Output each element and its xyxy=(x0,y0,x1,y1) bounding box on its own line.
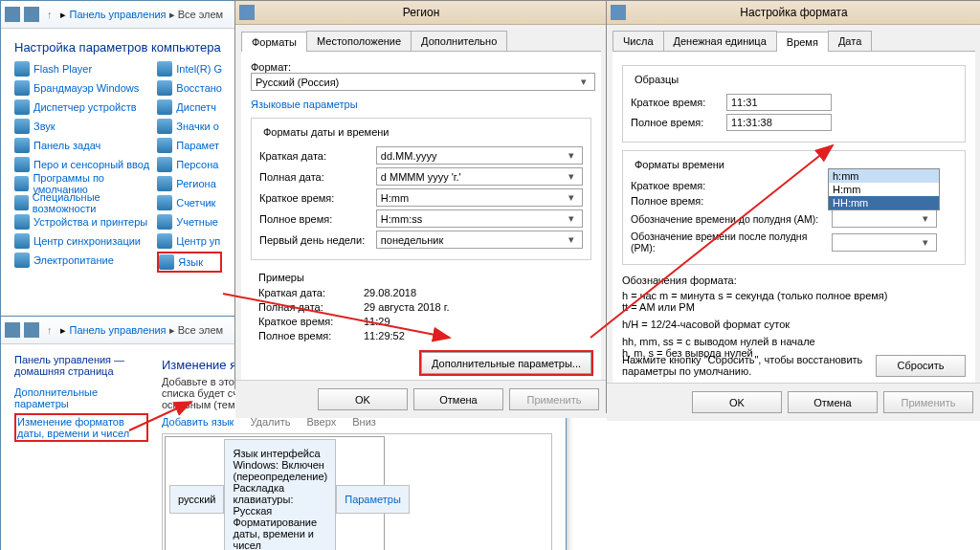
cp-item[interactable]: Звук xyxy=(14,118,157,135)
format-select[interactable]: H:mm▾ xyxy=(376,188,583,207)
dialog-title: Регион xyxy=(235,1,607,25)
lang-name: русский xyxy=(169,485,224,514)
tab-time[interactable]: Время xyxy=(776,32,829,52)
dialog-title: Настройка формата xyxy=(607,1,980,25)
sample-full-time: 11:31:38 xyxy=(726,114,832,131)
format-label: Формат: xyxy=(251,61,591,73)
cp-item[interactable]: Центр уп xyxy=(157,232,222,250)
group-title: Примеры xyxy=(258,272,584,283)
legend-line: h = час m = минута s = секунда (только п… xyxy=(622,290,966,301)
pm-select[interactable]: ▾ xyxy=(832,233,937,252)
cp-item[interactable]: Intel(R) G xyxy=(157,60,222,77)
dropdown-item[interactable]: H:mm xyxy=(829,183,939,196)
sample-short-time: 11:31 xyxy=(726,94,832,111)
forward-icon[interactable] xyxy=(24,7,39,22)
cp-item[interactable]: Счетчик xyxy=(157,194,222,211)
sidebar-extra-params[interactable]: Дополнительные параметры xyxy=(14,386,148,409)
group-title: Форматы времени xyxy=(631,159,728,170)
breadcrumb-1[interactable]: Панель управления xyxy=(70,9,167,20)
lang-options[interactable]: Параметры xyxy=(345,494,401,505)
add-language[interactable]: Добавить язык xyxy=(162,416,234,428)
dropdown-item[interactable]: HH:mm xyxy=(829,196,939,209)
legend-title: Обозначения формата: xyxy=(622,275,966,286)
cp-item[interactable]: Специальные возможности xyxy=(14,194,157,211)
ok-button[interactable]: OK xyxy=(318,388,408,410)
format-select[interactable]: H:mm:ss▾ xyxy=(376,209,583,228)
format-select[interactable]: Русский (Россия)▾ xyxy=(251,73,595,91)
apply-button: Применить xyxy=(883,391,973,413)
legend-line: h/H = 12/24-часовой формат суток xyxy=(622,319,966,330)
am-select[interactable]: ▾ xyxy=(832,209,937,228)
up-icon[interactable]: ↑ xyxy=(47,324,53,336)
chevron-down-icon: ▾ xyxy=(577,76,590,88)
format-select[interactable]: понедельник▾ xyxy=(376,231,583,249)
reset-button[interactable]: Сбросить xyxy=(876,355,966,377)
label: Полное время: xyxy=(631,195,832,207)
tab-location[interactable]: Местоположение xyxy=(306,31,412,51)
toolbar: ↑ ▸ Панель управления ▸ Все элем xyxy=(1,1,235,29)
cancel-button[interactable]: Отмена xyxy=(413,388,503,410)
tab-date[interactable]: Дата xyxy=(828,31,872,51)
forward-icon[interactable] xyxy=(24,322,39,338)
format-select[interactable]: dd.MM.yyyy▾ xyxy=(376,146,583,165)
tab-formats[interactable]: Форматы xyxy=(241,32,307,52)
control-panel-window-1: ↑ ▸ Панель управления ▸ Все элем Настрой… xyxy=(0,0,236,318)
format-select[interactable]: d MMMM yyyy 'г.'▾ xyxy=(376,167,583,186)
page-heading: Настройка параметров компьютера xyxy=(14,33,222,58)
lang-detail: Форматирование даты, времени и чисел xyxy=(233,517,327,550)
cp-item[interactable]: Панель задач xyxy=(14,137,157,154)
format-settings-dialog: Настройка формата Числа Денежная единица… xyxy=(606,0,980,413)
group-title: Форматы даты и времени xyxy=(259,126,393,138)
cp-item[interactable]: Персона xyxy=(157,156,222,173)
cp-item[interactable]: Диспетч xyxy=(157,99,222,116)
breadcrumb-2[interactable]: Все элем xyxy=(178,324,223,336)
cp-item[interactable]: Программы по умолчанию xyxy=(14,175,157,192)
globe-icon xyxy=(239,5,255,20)
up-icon[interactable]: ↑ xyxy=(47,9,53,20)
cancel-button[interactable]: Отмена xyxy=(788,391,878,413)
cp-item[interactable]: Центр синхронизации xyxy=(14,232,157,250)
tabs: Числа Денежная единица Время Дата xyxy=(612,31,975,52)
legend-line: tt = AM или PM xyxy=(622,301,966,313)
language-row-russian[interactable]: русский Язык интерфейса Windows: Включен… xyxy=(165,436,385,550)
cp-item[interactable]: Перо и сенсорный ввод xyxy=(14,156,157,173)
tabs: Форматы Местоположение Дополнительно xyxy=(241,31,601,52)
short-time-dropdown[interactable]: h:mm H:mm HH:mm xyxy=(828,168,940,210)
cp-item[interactable]: Учетные xyxy=(157,213,222,231)
region-dialog: Регион Форматы Местоположение Дополнител… xyxy=(234,0,608,389)
back-icon[interactable] xyxy=(5,322,20,338)
cp-item[interactable]: Язык xyxy=(157,252,222,273)
label: Краткое время: xyxy=(631,97,726,108)
lang-detail: Раскладка клавиатуры: Русская xyxy=(233,482,327,517)
tab-currency[interactable]: Денежная единица xyxy=(663,31,777,51)
cp-item[interactable]: Диспетчер устройств xyxy=(14,99,157,116)
back-icon[interactable] xyxy=(5,7,20,22)
label: Краткое время: xyxy=(631,180,832,191)
reset-hint: Нажмите кнопку "Сбросить", чтобы восстан… xyxy=(622,354,870,377)
cp-item[interactable]: Значки о xyxy=(157,118,222,135)
globe-icon xyxy=(611,5,626,20)
additional-params-button[interactable]: Дополнительные параметры... xyxy=(421,352,591,374)
cp-item[interactable]: Парамет xyxy=(157,137,222,154)
breadcrumb-1[interactable]: Панель управления xyxy=(70,324,167,336)
label: Полное время: xyxy=(631,117,726,128)
dropdown-item[interactable]: h:mm xyxy=(829,169,939,183)
lang-detail: Язык интерфейса Windows: Включен (переоп… xyxy=(233,448,327,482)
cp-item[interactable]: Региона xyxy=(157,175,222,192)
sidebar: Панель управления — домашняя страница До… xyxy=(1,344,162,550)
sidebar-date-formats[interactable]: Изменение форматов даты, времени и чисел xyxy=(14,413,148,442)
cp-item[interactable]: Электропитание xyxy=(14,252,157,269)
label: Обозначение времени после полудня (PM): xyxy=(631,231,832,253)
tab-numbers[interactable]: Числа xyxy=(612,31,664,51)
cp-item[interactable]: Восстано xyxy=(157,79,222,97)
tab-additional[interactable]: Дополнительно xyxy=(411,31,507,51)
ok-button[interactable]: OK xyxy=(692,391,782,413)
cp-item[interactable]: Flash Player xyxy=(14,60,157,77)
cp-item[interactable]: Устройства и принтеры xyxy=(14,213,157,231)
folder-icon: ▸ xyxy=(60,324,66,337)
group-title: Образцы xyxy=(631,74,682,85)
cp-item[interactable]: Брандмауэр Windows xyxy=(14,79,157,97)
language-prefs-link[interactable]: Языковые параметры xyxy=(251,99,358,110)
breadcrumb-2[interactable]: Все элем xyxy=(178,9,223,20)
sidebar-home[interactable]: Панель управления — домашняя страница xyxy=(14,354,148,377)
